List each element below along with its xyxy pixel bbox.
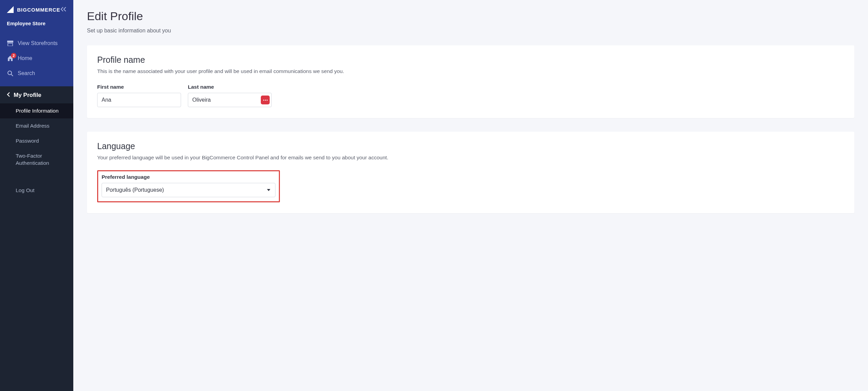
home-badge: 2 [11, 53, 16, 58]
svg-point-2 [8, 71, 12, 75]
nav-sub-label: Email Address [16, 123, 49, 129]
nav-label: Search [18, 70, 35, 76]
nav-item-search[interactable]: Search [0, 66, 73, 81]
nav-primary: View Storefronts 2 Home Search [0, 36, 73, 86]
highlight-preferred-language: Preferred language Português (Portuguese… [97, 170, 280, 202]
preferred-language-select[interactable]: Português (Portuguese) [102, 183, 275, 197]
nav-sub-list: Profile Information Email Address Passwo… [0, 103, 73, 198]
label-last-name: Last name [188, 84, 272, 90]
page-subtitle: Set up basic information about you [87, 28, 854, 34]
card-profile-name: Profile name This is the name associated… [87, 45, 854, 118]
brand-text: BIGCOMMERCE [17, 7, 60, 13]
nav-sub-two-factor-authentication[interactable]: Two-Factor Authentication [0, 148, 73, 170]
double-chevron-left-icon [60, 6, 66, 13]
label-preferred-language: Preferred language [102, 174, 275, 180]
nav-item-view-storefronts[interactable]: View Storefronts [0, 36, 73, 51]
section-title-language: Language [97, 141, 844, 151]
password-manager-icon[interactable] [261, 96, 270, 104]
form-row-name: First name Last name [97, 84, 844, 107]
svg-line-3 [11, 74, 13, 76]
nav-label: View Storefronts [18, 40, 58, 46]
nav-sub-label: Log Out [16, 187, 34, 193]
nav-secondary: My Profile Profile Information Email Add… [0, 86, 73, 391]
nav-sub-label: Profile Information [16, 108, 59, 114]
form-group-preferred-language: Preferred language Português (Portuguese… [102, 174, 275, 197]
sidebar: BIGCOMMERCE Employee Store View Storefro… [0, 0, 73, 391]
last-name-input-wrap [188, 93, 272, 107]
section-desc-profile-name: This is the name associated with your us… [97, 68, 844, 74]
svg-rect-1 [8, 43, 13, 46]
nav-sub-email-address[interactable]: Email Address [0, 118, 73, 133]
sidebar-top: BIGCOMMERCE [0, 0, 73, 16]
nav-item-home[interactable]: 2 Home [0, 51, 73, 66]
store-name: Employee Store [0, 16, 73, 36]
svg-rect-0 [7, 41, 13, 43]
chevron-left-icon [7, 92, 10, 99]
brand-mark-icon [7, 6, 16, 13]
storefront-icon [7, 40, 14, 47]
nav-sub-log-out[interactable]: Log Out [0, 183, 73, 198]
nav-back-my-profile[interactable]: My Profile [0, 86, 73, 103]
main-content: Edit Profile Set up basic information ab… [73, 0, 868, 391]
section-desc-language: Your preferred language will be used in … [97, 155, 844, 161]
last-name-input[interactable] [188, 93, 272, 107]
search-icon [7, 70, 14, 77]
page-title: Edit Profile [87, 10, 854, 23]
first-name-input[interactable] [97, 93, 181, 107]
nav-label: Home [18, 55, 32, 61]
nav-section-title: My Profile [14, 92, 41, 99]
sidebar-collapse-button[interactable] [60, 6, 66, 13]
nav-sub-profile-information[interactable]: Profile Information [0, 103, 73, 118]
brand-logo[interactable]: BIGCOMMERCE [7, 6, 60, 13]
nav-sub-password[interactable]: Password [0, 133, 73, 148]
card-language: Language Your preferred language will be… [87, 132, 854, 213]
nav-sub-label: Password [16, 138, 39, 144]
nav-sub-label: Two-Factor Authentication [16, 153, 49, 165]
form-group-first-name: First name [97, 84, 181, 107]
section-title-profile-name: Profile name [97, 55, 844, 65]
home-icon: 2 [7, 55, 14, 62]
preferred-language-value: Português (Portuguese) [106, 187, 164, 193]
caret-down-icon [267, 189, 270, 191]
form-group-last-name: Last name [188, 84, 272, 107]
label-first-name: First name [97, 84, 181, 90]
